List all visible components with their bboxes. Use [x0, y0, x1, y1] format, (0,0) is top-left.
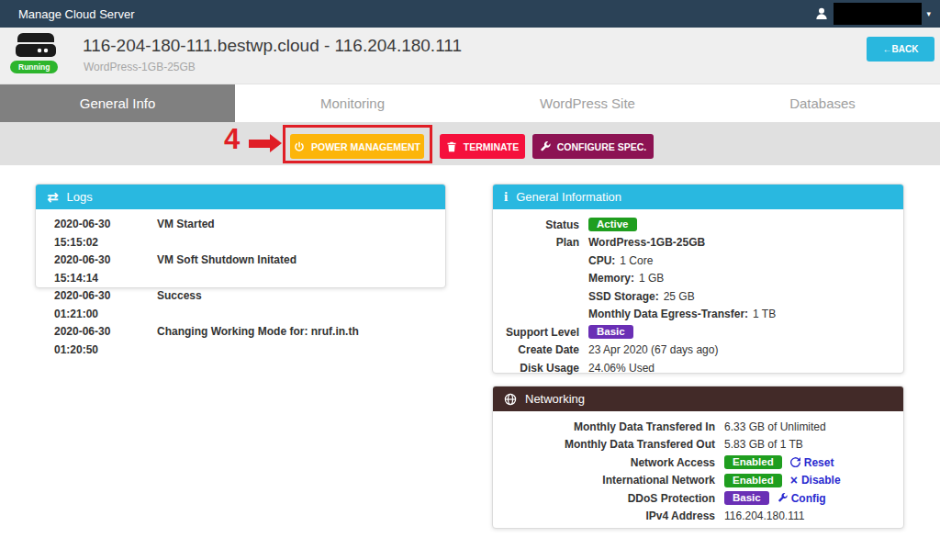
info-label: IPv4 Address	[493, 510, 715, 522]
log-message: Changing Working Mode for: nruf.in.th	[157, 323, 359, 359]
value-text: 116.204.180.111	[724, 510, 804, 522]
value-text: 24.06% Used	[588, 362, 655, 375]
info-row: IPv4 Address116.204.180.111	[493, 508, 903, 526]
value-bold: Monthly Data Egress-Transfer:	[588, 308, 748, 320]
info-value: Memory:1 GB	[588, 272, 664, 285]
reset-link[interactable]: Reset	[790, 456, 834, 469]
status-badge: Basic	[588, 325, 633, 339]
config-link[interactable]: Config	[778, 492, 826, 505]
info-icon: i	[504, 189, 508, 205]
refresh-icon	[790, 457, 800, 467]
info-row: Memory:1 GB	[493, 270, 903, 288]
running-status-badge: Running	[10, 61, 58, 73]
info-row: Disk Usage24.06% Used	[493, 359, 903, 377]
info-value: 116.204.180.111	[724, 510, 804, 522]
networking-rows: Monthly Data Transfered In6.33 GB of Unl…	[493, 411, 903, 525]
info-value: Monthly Data Egress-Transfer:1 TB	[588, 308, 776, 320]
annotation-arrow	[249, 140, 270, 148]
info-label: International Network	[493, 474, 715, 487]
general-information-header: i General Information	[493, 185, 903, 209]
status-badge: Active	[588, 218, 637, 231]
info-row: Create Date23 Apr 2020 (67 days ago)	[493, 342, 903, 360]
log-time: 2020-06-30 01:21:00	[54, 287, 157, 323]
app-title: Manage Cloud Server	[18, 7, 134, 21]
wrench-icon	[778, 493, 788, 503]
user-menu-caret-icon: ▾	[926, 10, 931, 18]
log-message: VM Soft Shutdown Initated	[157, 252, 297, 287]
tab-wordpress-site[interactable]: WordPress Site	[470, 84, 705, 122]
tab-general-info[interactable]: General Info	[0, 84, 235, 122]
user-menu[interactable]: ▾	[814, 0, 931, 28]
info-row: Support LevelBasic	[493, 323, 903, 342]
log-message: Success	[157, 287, 202, 323]
general-information-rows: StatusActivePlanWordPress-1GB-25GBCPU:1 …	[493, 209, 903, 377]
tab-monitoring[interactable]: Monitoring	[235, 84, 470, 122]
value-bold: Memory:	[588, 272, 634, 285]
info-label: Disk Usage	[493, 362, 579, 375]
value-bold: SSD Storage:	[588, 290, 659, 303]
value-text: 1 GB	[639, 272, 664, 285]
networking-panel: Networking Monthly Data Transfered In6.3…	[492, 386, 904, 529]
annotation-number: 4	[224, 123, 240, 156]
value-bold: WordPress-1GB-25GB	[588, 236, 705, 249]
info-value: 23 Apr 2020 (67 days ago)	[588, 343, 718, 356]
action-toolbar: 4 POWER MANAGEMENT TERMINATE CONFIGURE S…	[0, 122, 940, 165]
info-row: Monthly Data Transfered In6.33 GB of Unl…	[493, 418, 903, 436]
server-plan-subtitle: WordPress-1GB-25GB	[84, 61, 196, 73]
log-row: 2020-06-30 15:15:02VM Started	[54, 216, 445, 252]
info-label: Status	[493, 218, 579, 231]
info-value: WordPress-1GB-25GB	[588, 236, 705, 249]
disable-link[interactable]: ×Disable	[790, 474, 841, 487]
power-icon	[294, 141, 305, 152]
info-value: 6.33 GB of Unlimited	[724, 420, 826, 433]
value-text: 6.33 GB of Unlimited	[724, 420, 826, 433]
log-row: 2020-06-30 01:20:50Changing Working Mode…	[54, 323, 445, 359]
info-label: DDoS Protection	[493, 492, 715, 505]
info-label: Network Access	[493, 456, 715, 469]
info-value: EnabledReset	[724, 455, 834, 469]
value-text: 23 Apr 2020 (67 days ago)	[588, 343, 718, 356]
info-value: Active	[588, 218, 637, 231]
info-value: BasicConfig	[724, 491, 826, 505]
terminate-button[interactable]: TERMINATE	[440, 134, 525, 159]
info-value: 24.06% Used	[588, 362, 655, 375]
configure-spec-button[interactable]: CONFIGURE SPEC.	[532, 134, 654, 159]
general-information-panel: i General Information StatusActivePlanWo…	[492, 184, 904, 374]
status-badge: Enabled	[724, 455, 782, 469]
server-header: Running 116-204-180-111.bestwp.cloud - 1…	[0, 28, 940, 84]
server-title: 116-204-180-111.bestwp.cloud - 116.204.1…	[83, 36, 462, 56]
log-time: 2020-06-30 15:15:02	[54, 216, 157, 252]
info-value: CPU:1 Core	[588, 254, 653, 267]
log-time: 2020-06-30 15:14:14	[54, 252, 157, 287]
info-value: SSD Storage:25 GB	[588, 290, 695, 303]
info-row: Network AccessEnabledReset	[493, 454, 903, 472]
status-badge: Basic	[724, 491, 769, 505]
value-text: 1 Core	[620, 254, 653, 267]
log-list: 2020-06-30 15:15:02VM Started2020-06-30 …	[36, 209, 445, 359]
logs-panel-header: ⇄ Logs	[36, 185, 445, 209]
info-row: Monthly Data Egress-Transfer:1 TB	[493, 306, 903, 324]
logs-panel: ⇄ Logs 2020-06-30 15:15:02VM Started2020…	[35, 184, 446, 288]
networking-header: Networking	[493, 386, 903, 411]
info-value: Basic	[588, 325, 633, 339]
info-label: Support Level	[493, 326, 579, 339]
annotation-arrow-head	[270, 134, 282, 152]
server-icon	[14, 32, 58, 60]
wrench-icon	[540, 141, 551, 152]
general-information-title: General Information	[516, 190, 621, 204]
value-text: 25 GB	[664, 290, 695, 303]
tab-databases[interactable]: Databases	[705, 84, 940, 122]
info-row: DDoS ProtectionBasicConfig	[493, 489, 903, 508]
back-button[interactable]: ←BACK	[867, 37, 934, 62]
x-icon: ×	[790, 474, 798, 487]
power-management-button[interactable]: POWER MANAGEMENT	[290, 134, 424, 159]
info-row: Monthly Data Transfered Out5.83 GB of 1 …	[493, 436, 903, 454]
log-time: 2020-06-30 01:20:50	[54, 323, 157, 359]
info-label: Monthly Data Transfered In	[493, 420, 715, 433]
info-row: CPU:1 Core	[493, 252, 903, 270]
networking-title: Networking	[525, 392, 585, 406]
info-label: Plan	[493, 236, 579, 249]
status-badge: Enabled	[724, 474, 782, 487]
tab-bar: General Info Monitoring WordPress Site D…	[0, 84, 940, 122]
info-value: 5.83 GB of 1 TB	[724, 438, 803, 451]
